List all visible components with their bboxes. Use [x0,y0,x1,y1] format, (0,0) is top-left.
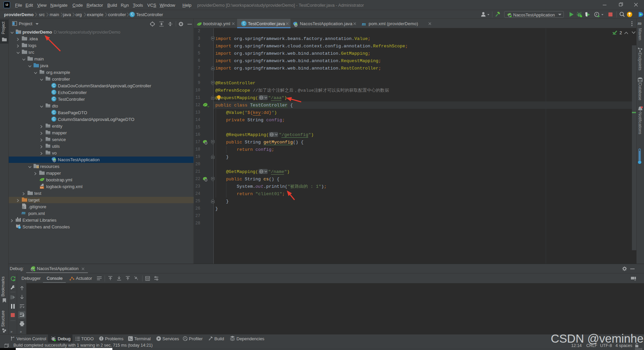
svg-text:I: I [137,278,138,280]
svg-text:<>: <> [40,186,43,189]
